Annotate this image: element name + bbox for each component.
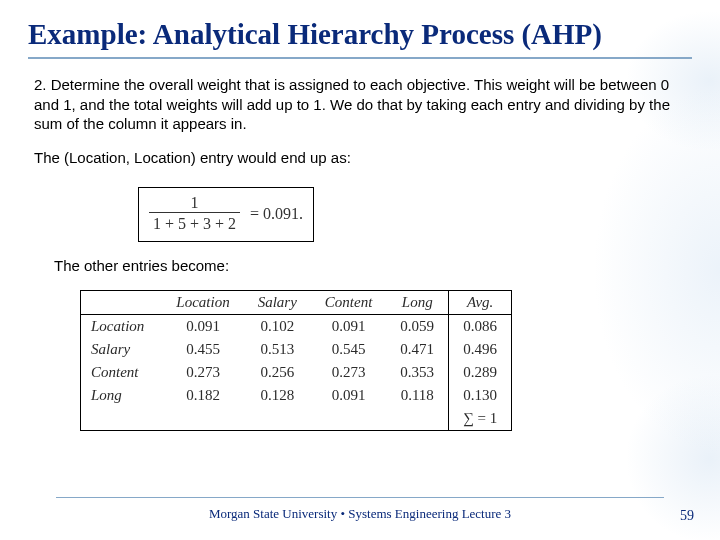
table-cell-avg: 0.130: [449, 384, 512, 407]
fraction-numerator: 1: [149, 194, 240, 212]
table-cell: 0.118: [386, 384, 448, 407]
slide-footer: Morgan State University • Systems Engine…: [0, 497, 720, 522]
table-cell: 0.513: [244, 338, 311, 361]
table-cell: 0.353: [386, 361, 448, 384]
table-cell: 0.273: [311, 361, 387, 384]
table-cell: 0.091: [311, 314, 387, 338]
fraction: 1 1 + 5 + 3 + 2: [149, 194, 240, 233]
table-cell: 0.182: [162, 384, 243, 407]
table-cell: 0.545: [311, 338, 387, 361]
table-intro: The other entries become:: [54, 256, 686, 276]
table-container: Location Salary Content Long Avg. Locati…: [80, 290, 692, 431]
row-label: Long: [81, 384, 163, 407]
slide: Example: Analytical Hierarchy Process (A…: [0, 0, 720, 540]
slide-title: Example: Analytical Hierarchy Process (A…: [28, 18, 692, 59]
table-cell: 0.091: [311, 384, 387, 407]
col-header: Long: [386, 290, 448, 314]
table-cell: 0.128: [244, 384, 311, 407]
table-row: Location 0.091 0.102 0.091 0.059 0.086: [81, 314, 512, 338]
equation-rhs: = 0.091.: [250, 205, 303, 222]
table-cell: 0.273: [162, 361, 243, 384]
step-description: 2. Determine the overall weight that is …: [34, 75, 686, 134]
table-sum-row: ∑ = 1: [81, 407, 512, 431]
equation-intro: The (Location, Location) entry would end…: [34, 148, 686, 168]
table-cell: 0.455: [162, 338, 243, 361]
col-header: Location: [162, 290, 243, 314]
footer-text: Morgan State University • Systems Engine…: [209, 506, 511, 521]
table-cell: 0.471: [386, 338, 448, 361]
equation-box: 1 1 + 5 + 3 + 2 = 0.091.: [138, 187, 314, 242]
table-cell-avg: 0.496: [449, 338, 512, 361]
fraction-denominator: 1 + 5 + 3 + 2: [149, 212, 240, 233]
col-header: [81, 290, 163, 314]
page-number: 59: [680, 508, 694, 524]
table-header-row: Location Salary Content Long Avg.: [81, 290, 512, 314]
table-cell: 0.091: [162, 314, 243, 338]
table-cell-avg: 0.086: [449, 314, 512, 338]
table-sum: ∑ = 1: [449, 407, 512, 431]
table-row: Salary 0.455 0.513 0.545 0.471 0.496: [81, 338, 512, 361]
footer-rule: [56, 497, 664, 498]
row-label: Content: [81, 361, 163, 384]
row-label: Location: [81, 314, 163, 338]
table-cell: 0.102: [244, 314, 311, 338]
ahp-table: Location Salary Content Long Avg. Locati…: [80, 290, 512, 431]
table-cell: 0.256: [244, 361, 311, 384]
col-header: Salary: [244, 290, 311, 314]
col-header: Content: [311, 290, 387, 314]
col-header: Avg.: [449, 290, 512, 314]
row-label: Salary: [81, 338, 163, 361]
table-cell-avg: 0.289: [449, 361, 512, 384]
table-row: Long 0.182 0.128 0.091 0.118 0.130: [81, 384, 512, 407]
table-cell: 0.059: [386, 314, 448, 338]
table-row: Content 0.273 0.256 0.273 0.353 0.289: [81, 361, 512, 384]
